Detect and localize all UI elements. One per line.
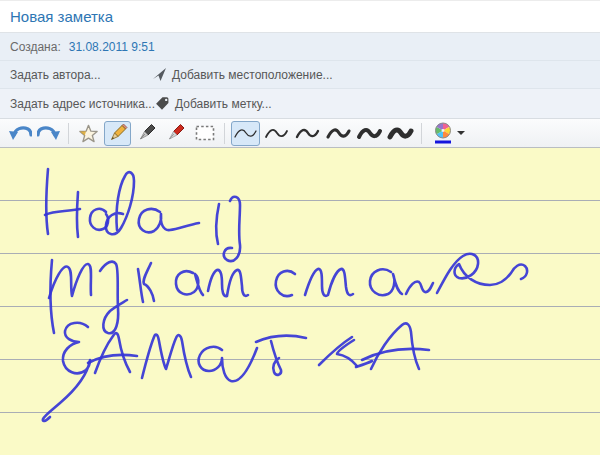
note-editor-window: Новая заметка Создана: 31.08.2011 9:51 З… — [0, 0, 600, 455]
created-date[interactable]: 31.08.2011 9:51 — [69, 40, 155, 54]
toolbar-separator — [224, 123, 225, 144]
pencil-tool-button[interactable] — [104, 121, 131, 146]
selection-tool-button[interactable] — [191, 121, 218, 146]
handwriting-canvas[interactable] — [0, 148, 600, 455]
stroke-width-button[interactable] — [355, 121, 384, 146]
stroke-width-button[interactable] — [231, 121, 260, 146]
ink-toolbar — [0, 119, 600, 148]
marker-tool-button[interactable] — [162, 121, 189, 146]
created-label: Создана: — [10, 40, 61, 54]
stroke-width-button[interactable] — [386, 121, 415, 146]
set-author-link[interactable]: Задать автора... — [10, 68, 152, 82]
handwriting-svg — [0, 148, 600, 455]
source-row: Задать адрес источника... Добавить метку… — [0, 89, 600, 119]
toolbar-separator — [68, 123, 69, 144]
note-title-row: Новая заметка — [0, 1, 600, 33]
add-location-link[interactable]: Добавить местоположение... — [152, 67, 333, 82]
redo-button[interactable] — [35, 121, 62, 146]
location-arrow-icon — [152, 67, 167, 82]
fountain-pen-tool-button[interactable] — [133, 121, 160, 146]
redo-icon — [37, 122, 61, 144]
selection-rectangle-icon — [193, 121, 217, 145]
pencil-icon — [106, 121, 130, 145]
stroke-width-button[interactable] — [293, 121, 322, 146]
toolbar-separator — [421, 123, 422, 144]
favorite-pens-icon — [77, 122, 100, 145]
undo-button[interactable] — [6, 121, 33, 146]
undo-icon — [8, 122, 32, 144]
add-tag-link[interactable]: Добавить метку... — [155, 96, 272, 111]
stroke-width-button[interactable] — [262, 121, 291, 146]
fountain-pen-icon — [135, 121, 159, 145]
add-tag-label: Добавить метку... — [175, 97, 272, 111]
stroke-width-button[interactable] — [324, 121, 353, 146]
color-wheel-icon — [433, 122, 453, 144]
current-color-bar — [435, 141, 451, 144]
marker-icon — [164, 121, 188, 145]
favorite-pens-button[interactable] — [75, 121, 102, 146]
dropdown-caret-icon — [457, 131, 465, 135]
created-row: Создана: 31.08.2011 9:51 — [0, 33, 600, 61]
tag-icon — [155, 96, 170, 111]
ink-color-button[interactable] — [428, 121, 470, 146]
set-source-link[interactable]: Задать адрес источника... — [10, 97, 155, 111]
note-title[interactable]: Новая заметка — [10, 8, 113, 25]
add-location-label: Добавить местоположение... — [172, 68, 333, 82]
author-row: Задать автора... Добавить местоположение… — [0, 61, 600, 89]
